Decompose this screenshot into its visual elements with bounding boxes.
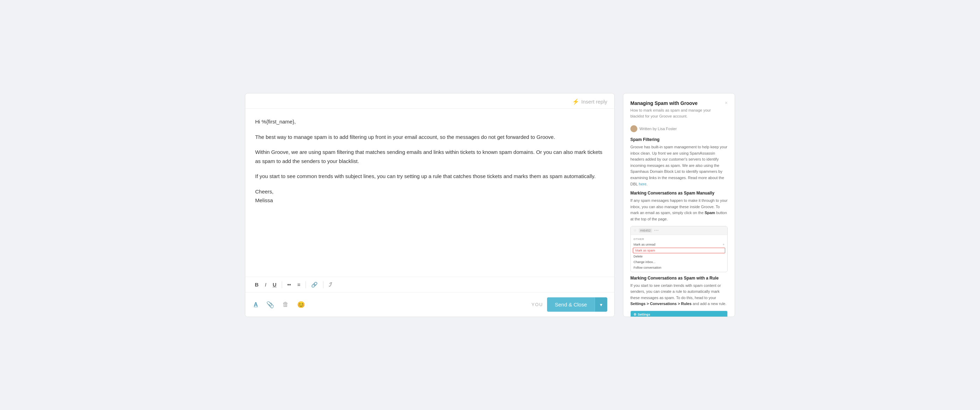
footer-left-icons: A 📎 🗑 😊 — [252, 299, 306, 310]
new-rule-settings-bar: ⚙ Settings — [631, 311, 727, 317]
mini-more-icon: ••• — [654, 229, 659, 232]
bolt-icon: ⚡ — [572, 98, 579, 105]
ordered-list-button[interactable]: ≡ — [295, 281, 303, 289]
compose-footer: A 📎 🗑 😊 YOU Send & Close ▾ — [245, 292, 614, 316]
mini-follow-conversation: Follow conversation — [631, 265, 727, 270]
dbl-link[interactable]: here — [639, 182, 646, 186]
help-title-block: Managing Spam with Groove How to mark em… — [630, 100, 725, 123]
mini-star-icon: ☆ — [633, 229, 636, 232]
body-sign-off: Cheers,Melissa — [255, 187, 605, 205]
send-close-button[interactable]: Send & Close — [547, 297, 595, 312]
divider2 — [305, 281, 306, 288]
mini-ticket-id: #46452 — [639, 229, 652, 233]
section-title-2: Marking Conversations as Spam Manually — [630, 191, 728, 195]
font-color-button[interactable]: A — [252, 300, 259, 309]
section-title-3: Marking Conversations as Spam with a Rul… — [630, 276, 728, 281]
help-header: Managing Spam with Groove How to mark em… — [630, 100, 728, 123]
attachment-button[interactable]: 📎 — [265, 299, 275, 310]
author-avatar — [630, 125, 637, 132]
compose-body[interactable]: Hi %{first_name}, The best way to manage… — [245, 109, 614, 277]
section-body-2: If any spam messages happen to make it t… — [630, 198, 728, 222]
section-spam-rule: Marking Conversations as Spam with a Rul… — [630, 276, 728, 307]
formatting-bar: B I U •• ≡ 🔗 ℐ — [245, 277, 614, 292]
delete-button[interactable]: 🗑 — [281, 299, 290, 310]
help-title: Managing Spam with Groove — [630, 100, 725, 106]
compose-toolbar-top: ⚡ Insert reply — [245, 94, 614, 109]
add-icon: + — [723, 243, 724, 246]
insert-reply-label: Insert reply — [581, 99, 607, 105]
section-body-3: If you start to see certain trends with … — [630, 283, 728, 307]
emoji-button[interactable]: 😊 — [296, 299, 306, 310]
assignee-label: YOU — [531, 302, 543, 307]
compose-panel: ⚡ Insert reply Hi %{first_name}, The bes… — [245, 93, 615, 317]
send-close-group: Send & Close ▾ — [547, 297, 607, 312]
body-para1: The best way to manage spam is to add fi… — [255, 133, 605, 142]
insert-reply-button[interactable]: ⚡ Insert reply — [572, 98, 607, 105]
settings-icon: ⚙ — [633, 313, 636, 316]
body-greeting: Hi %{first_name}, — [255, 117, 605, 126]
section-spam-manual: Marking Conversations as Spam Manually I… — [630, 191, 728, 222]
help-subtitle: How to mark emails as spam and manage yo… — [630, 107, 725, 119]
link-button[interactable]: 🔗 — [309, 281, 320, 289]
mini-mark-spam: Mark as spam — [633, 248, 725, 253]
mini-toolbar: ☆ #46452 ••• — [631, 226, 727, 235]
divider1 — [282, 281, 282, 288]
section-spam-filtering: Spam Filtering Groove has built-in spam … — [630, 137, 728, 187]
section-title-1: Spam Filtering — [630, 137, 728, 142]
help-panel: Managing Spam with Groove How to mark em… — [623, 93, 735, 317]
italic-button[interactable]: I — [262, 281, 269, 289]
bullet-list-button[interactable]: •• — [285, 281, 294, 289]
bold-button[interactable]: B — [252, 281, 261, 289]
divider3 — [323, 281, 323, 288]
footer-right: YOU Send & Close ▾ — [531, 297, 607, 312]
mini-delete: Delete — [631, 254, 727, 259]
underline-button[interactable]: U — [270, 281, 279, 289]
mini-mark-unread: Mark as unread + — [631, 242, 727, 247]
author-name: Written by Lisa Foster — [640, 127, 677, 131]
body-para3: If you start to see common trends with s… — [255, 172, 605, 181]
settings-label: Settings — [638, 313, 650, 316]
mark-unread-label: Mark as unread — [633, 243, 655, 246]
body-para2: Within Groove, we are using spam filteri… — [255, 148, 605, 165]
close-button[interactable]: × — [725, 100, 728, 105]
spam-menu-mockup: ☆ #46452 ••• OTHER Mark as unread + Mark… — [630, 226, 728, 272]
mini-menu-section-label: OTHER — [631, 237, 727, 242]
send-close-dropdown-button[interactable]: ▾ — [595, 297, 607, 312]
help-author: Written by Lisa Foster — [630, 125, 728, 132]
clear-format-button[interactable]: ℐ — [326, 281, 334, 289]
new-rule-mockup: ⚙ Settings Conversations Mailboxes Rules… — [630, 311, 728, 317]
section-body-1: Groove has built-in spam management to h… — [630, 144, 728, 187]
mini-menu: OTHER Mark as unread + Mark as spam Dele… — [631, 235, 727, 272]
mark-spam-label: Mark as spam — [635, 249, 655, 252]
mini-change-inbox: Change inbox... — [631, 259, 727, 265]
